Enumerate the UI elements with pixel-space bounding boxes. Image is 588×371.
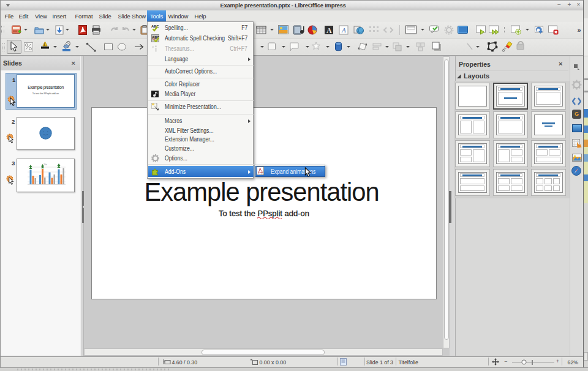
svg-text:ABC: ABC	[151, 24, 159, 28]
svg-text:!: !	[44, 43, 45, 47]
svg-text:Title: Title	[43, 163, 47, 166]
svg-text:A: A	[326, 26, 332, 35]
svg-text:A: A	[341, 26, 346, 34]
